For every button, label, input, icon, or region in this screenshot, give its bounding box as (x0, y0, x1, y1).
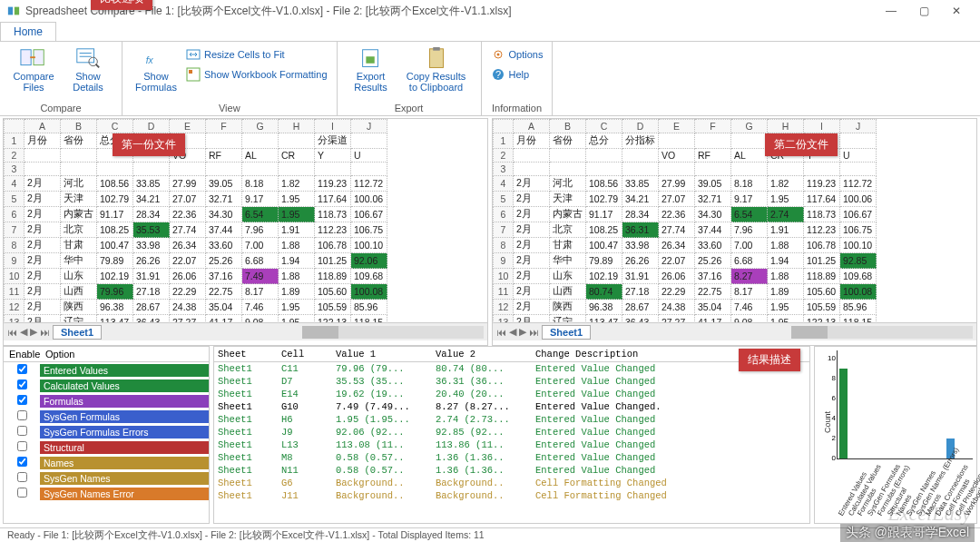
right-sheet-nav: ⏮ ◀ ▶ ⏭ Sheet1 (493, 322, 976, 340)
minimize-button[interactable]: — (875, 5, 907, 17)
option-row[interactable]: Entered Values (4, 362, 209, 378)
option-row[interactable]: Structural (4, 439, 209, 455)
options-button[interactable]: Options (491, 45, 544, 64)
copy-clipboard-label: Copy Results to Clipboard (407, 71, 466, 93)
result-row[interactable]: Sheet1J992.06 (92...92.85 (92...Entered … (214, 426, 809, 439)
option-row[interactable]: SysGen Formulas (4, 409, 209, 424)
results-header-cell: Cell (281, 349, 336, 360)
group-info-label: Information (491, 101, 544, 113)
option-checkbox[interactable] (17, 472, 27, 482)
result-row[interactable]: Sheet1N110.58 (0.57..1.36 (1.36..Entered… (214, 464, 809, 477)
close-button[interactable]: ✕ (940, 5, 973, 17)
options-header-enable: Enable (4, 347, 40, 361)
tab-home[interactable]: Home (0, 22, 56, 41)
option-row[interactable]: Calculated Values (4, 378, 209, 393)
result-row[interactable]: Sheet1G6Background..Background..Cell For… (214, 477, 809, 489)
workbook-formatting-button[interactable]: Show Workbook Formatting (186, 65, 328, 84)
svg-rect-1 (15, 7, 19, 15)
option-checkbox[interactable] (17, 379, 27, 389)
annotation-right: 第二份文件 (765, 133, 838, 156)
results-header-v2: Value 2 (436, 349, 535, 360)
svg-line-8 (95, 64, 99, 68)
nav-next-icon[interactable]: ▶ (30, 326, 37, 338)
result-row[interactable]: Sheet1D735.53 (35...36.31 (36...Entered … (214, 375, 809, 388)
option-checkbox[interactable] (17, 457, 27, 467)
compare-files-button[interactable]: Compare Files (9, 45, 58, 101)
result-row[interactable]: Sheet1J11Background..Background..Cell Fo… (214, 489, 809, 502)
results-list[interactable]: Sheet1C1179.96 (79...80.74 (80...Entered… (214, 362, 809, 523)
option-row[interactable]: SysGen Formulas Errors (4, 424, 209, 439)
option-checkbox[interactable] (17, 364, 27, 374)
option-label: SysGen Names Error (40, 488, 209, 500)
group-view-label: View (132, 101, 328, 113)
maximize-button[interactable]: ▢ (907, 5, 940, 17)
option-checkbox[interactable] (17, 441, 27, 451)
credit-text: 头条 @跟表哥学Excel (840, 524, 975, 542)
group-compare-label: Compare (9, 101, 113, 113)
compare-files-label: Compare Files (13, 71, 54, 93)
summary-chart: 0246810 (837, 350, 973, 459)
chart-ylabel: Count (823, 411, 832, 433)
option-label: Formulas (40, 395, 209, 408)
option-label: Entered Values (40, 364, 209, 377)
result-row[interactable]: Sheet1L13113.08 (11..113.86 (11..Entered… (214, 439, 809, 451)
ribbon-tabs: Home (0, 22, 980, 42)
resize-cells-button[interactable]: Resize Cells to Fit (186, 45, 328, 64)
svg-rect-0 (8, 7, 13, 15)
annotation-left: 第一份文件 (113, 133, 185, 156)
show-details-button[interactable]: Show Details (64, 45, 113, 101)
result-row[interactable]: Sheet1C1179.96 (79...80.74 (80...Entered… (214, 362, 809, 375)
nav-first-icon[interactable]: ⏮ (496, 327, 506, 338)
help-label: Help (509, 69, 530, 80)
option-row[interactable]: SysGen Names (4, 470, 209, 486)
option-label: Calculated Values (40, 379, 209, 392)
copy-clipboard-button[interactable]: Copy Results to Clipboard (401, 45, 472, 101)
nav-last-icon[interactable]: ⏭ (40, 327, 50, 338)
help-button[interactable]: ? Help (491, 65, 544, 84)
left-sheet-nav: ⏮ ◀ ▶ ⏭ Sheet1 (4, 322, 487, 340)
option-label: Names (40, 457, 209, 469)
option-row[interactable]: Names (4, 455, 209, 470)
group-export-label: Export (347, 101, 472, 113)
left-sheet-tab[interactable]: Sheet1 (53, 325, 102, 340)
option-checkbox[interactable] (17, 488, 27, 498)
option-row[interactable]: SysGen Names Error (4, 486, 209, 501)
svg-rect-12 (189, 70, 192, 74)
option-checkbox[interactable] (17, 426, 27, 436)
left-grid-pane: 第一份文件 ABCDEFGHIJ1月份省份总分分指标分渠道2VORFALCRYU… (3, 118, 488, 346)
svg-point-18 (496, 54, 499, 56)
annotation-results: 结果描述 (739, 349, 800, 371)
option-row[interactable]: Formulas (4, 393, 209, 409)
options-list[interactable]: Entered ValuesCalculated ValuesFormulasS… (4, 362, 209, 523)
option-checkbox[interactable] (17, 395, 27, 405)
options-header-option: Option (40, 347, 80, 361)
nav-next-icon[interactable]: ▶ (519, 326, 526, 338)
left-hscroll[interactable] (302, 326, 484, 339)
nav-prev-icon[interactable]: ◀ (509, 326, 516, 338)
result-row[interactable]: Sheet1M80.58 (0.57..1.36 (1.36..Entered … (214, 451, 809, 464)
results-panel: 结果描述 Sheet Cell Value 1 Value 2 Change D… (213, 346, 810, 524)
option-label: SysGen Formulas Errors (40, 426, 209, 439)
left-grid[interactable]: ABCDEFGHIJ1月份省份总分分指标分渠道2VORFALCRYU342月河北… (4, 119, 387, 322)
right-hscroll[interactable] (791, 326, 973, 339)
result-row[interactable]: Sheet1G107.49 (7.49...8.27 (8.27...Enter… (214, 400, 809, 413)
result-row[interactable]: Sheet1E1419.62 (19...20.40 (20...Entered… (214, 388, 809, 400)
right-sheet-tab[interactable]: Sheet1 (542, 325, 591, 340)
right-grid-scroll[interactable]: ABCDEFGHIJ1月份省份总分分指标分渠道2VORFALCRYU342月河北… (493, 119, 976, 322)
options-label: Options (509, 49, 544, 60)
export-results-button[interactable]: Export Results (347, 45, 396, 101)
result-row[interactable]: Sheet1H61.95 (1.95...2.74 (2.73...Entere… (214, 413, 809, 426)
nav-prev-icon[interactable]: ◀ (20, 326, 27, 338)
comparison-panes: 第一份文件 ABCDEFGHIJ1月份省份总分分指标分渠道2VORFALCRYU… (0, 116, 980, 346)
show-formulas-label: Show Formulas (135, 71, 177, 93)
left-grid-scroll[interactable]: ABCDEFGHIJ1月份省份总分分指标分渠道2VORFALCRYU342月河北… (4, 119, 487, 322)
results-header-sheet: Sheet (218, 349, 281, 360)
nav-last-icon[interactable]: ⏭ (529, 327, 539, 338)
resize-cells-label: Resize Cells to Fit (204, 49, 285, 60)
nav-first-icon[interactable]: ⏮ (7, 327, 17, 338)
option-label: Structural (40, 441, 209, 454)
ribbon: Compare Files Show Details Compare fx Sh… (0, 42, 980, 116)
svg-rect-4 (77, 49, 94, 63)
option-checkbox[interactable] (17, 410, 27, 420)
show-formulas-button[interactable]: fx Show Formulas (132, 45, 181, 101)
